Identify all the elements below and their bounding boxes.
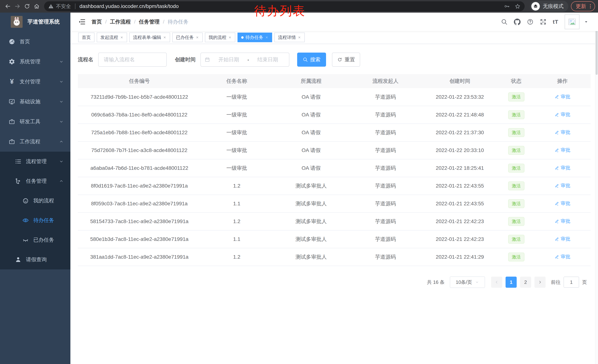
cell-task-name: 一级审批 — [201, 124, 273, 141]
prev-page-button[interactable] — [491, 277, 502, 288]
cell-task-id: 73211d9d-7b9b-11ec-b5b7-acde48001122 — [78, 88, 201, 106]
approve-link[interactable]: 审批 — [555, 94, 570, 100]
sidebar-item[interactable]: 请假查询 — [0, 250, 70, 269]
approve-link[interactable]: 审批 — [555, 236, 570, 242]
approve-link[interactable]: 审批 — [555, 253, 570, 260]
sidebar-item[interactable]: 任务管理 — [0, 171, 70, 191]
approve-link[interactable]: 审批 — [555, 147, 570, 153]
process-name-input[interactable] — [98, 53, 167, 67]
view-tab[interactable]: 发起流程 — [97, 32, 127, 42]
sidebar-item[interactable]: 待办任务 — [0, 210, 70, 230]
view-tab[interactable]: 我的流程 — [205, 32, 235, 42]
cell-task-id: 069c6a63-7b8a-11ec-8ef0-acde48001122 — [78, 106, 201, 124]
sidebar-item[interactable]: 首页 — [0, 32, 70, 52]
cell-task-name: 一级审批 — [201, 141, 273, 159]
tab-close-icon[interactable] — [163, 36, 166, 39]
sidebar-item[interactable]: 系统管理 — [0, 52, 70, 72]
kebab-menu-icon[interactable] — [588, 4, 593, 9]
sidebar-item[interactable]: 我的流程 — [0, 191, 70, 210]
end-date-placeholder[interactable]: 结束日期 — [250, 56, 285, 63]
breadcrumb-item[interactable]: 首页 — [91, 18, 102, 25]
breadcrumb: 首页 / 工作流程 / 任务管理 / — [91, 18, 188, 25]
status-badge: 激活 — [508, 128, 524, 137]
font-size-icon[interactable]: tT — [553, 19, 558, 25]
password-key-icon[interactable] — [504, 3, 510, 9]
sidebar-item[interactable]: 基础设施 — [0, 92, 70, 112]
page-number-button[interactable]: 1 — [506, 277, 517, 288]
breadcrumb-item[interactable]: 工作流程 — [110, 18, 131, 25]
forward-icon[interactable] — [13, 1, 22, 11]
address-bar[interactable]: 不安全 dashboard.yudao.iocoder.cn/bpm/task/… — [44, 1, 525, 11]
approve-link[interactable]: 审批 — [555, 165, 570, 171]
page-scrollbar[interactable] — [595, 13, 598, 364]
status-badge: 激活 — [508, 199, 524, 208]
update-label[interactable]: 更新 — [576, 3, 586, 10]
url-text[interactable]: dashboard.yudao.iocoder.cn/bpm/task/todo — [79, 3, 179, 9]
approve-link[interactable]: 审批 — [555, 182, 570, 189]
cell-created: 2022-01-21 22:42:23 — [422, 212, 498, 230]
back-icon[interactable] — [3, 1, 13, 11]
sidebar-item[interactable]: 已办任务 — [0, 230, 70, 250]
fullscreen-icon[interactable] — [540, 18, 547, 25]
not-secure-label[interactable]: 不安全 — [56, 3, 71, 10]
tab-close-icon[interactable] — [228, 36, 232, 39]
bookmark-star-icon[interactable] — [515, 3, 521, 9]
page-size-select[interactable]: 10条/页 — [450, 276, 485, 288]
pen-icon — [555, 148, 559, 153]
approve-link[interactable]: 审批 — [555, 218, 570, 224]
pen-icon — [555, 219, 559, 224]
sidebar-item[interactable]: 工作流程 — [0, 132, 70, 152]
github-icon[interactable] — [514, 18, 521, 25]
cell-starter: 芋道源码 — [349, 212, 422, 230]
tab-close-icon[interactable] — [120, 36, 123, 39]
tab-close-icon[interactable] — [265, 36, 268, 39]
next-page-button[interactable] — [534, 277, 546, 288]
calendar-icon — [205, 57, 210, 62]
home-icon[interactable] — [32, 1, 42, 11]
approve-link[interactable]: 审批 — [555, 200, 570, 207]
goto-page-input[interactable] — [564, 277, 579, 288]
pen-icon — [555, 201, 559, 206]
sidebar-toggle-icon[interactable] — [78, 18, 86, 25]
cell-starter: 芋道源码 — [349, 230, 422, 248]
date-range-picker[interactable]: 开始日期 - 结束日期 — [200, 53, 289, 67]
breadcrumb-item[interactable]: 待办任务 — [168, 18, 188, 25]
sidebar-item[interactable]: 流程管理 — [0, 152, 70, 171]
status-badge: 激活 — [508, 146, 524, 155]
app-logo-row[interactable]: 芋道管理系统 — [0, 13, 70, 31]
start-date-placeholder[interactable]: 开始日期 — [211, 56, 246, 63]
status-badge: 激活 — [508, 235, 524, 244]
sidebar-item[interactable]: ¥ 支付管理 — [0, 72, 70, 92]
table-row: 8f059c03-7ac8-11ec-a9e2-a2380e71991a 1.1… — [78, 195, 590, 212]
search-icon[interactable] — [501, 18, 507, 25]
table-row: 73211d9d-7b9b-11ec-b5b7-acde48001122 一级审… — [78, 88, 590, 106]
chevron-up-icon — [59, 139, 64, 144]
browser-update-button[interactable]: 更新 — [571, 1, 595, 11]
view-tab[interactable]: 首页 — [78, 32, 94, 42]
approve-link[interactable]: 审批 — [555, 111, 570, 118]
search-button[interactable]: 搜索 — [297, 53, 326, 67]
avatar-caret-down-icon[interactable] — [584, 20, 588, 24]
approve-link[interactable]: 审批 — [555, 129, 570, 136]
cell-starter: 芋道源码 — [349, 159, 422, 177]
reload-icon[interactable] — [22, 1, 32, 11]
view-tab[interactable]: 已办任务 — [172, 32, 203, 42]
reset-button[interactable]: 重置 — [332, 53, 360, 67]
user-avatar[interactable] — [565, 15, 580, 29]
sidebar-item[interactable]: 研发工具 — [0, 112, 70, 132]
tab-close-icon[interactable] — [196, 36, 199, 39]
chevron-down-icon — [59, 99, 64, 104]
view-tab[interactable]: 流程表单-编辑 — [129, 32, 170, 42]
cell-process: OA 请假 — [273, 106, 349, 124]
view-tab[interactable]: 待办任务 — [238, 32, 272, 42]
page-number-button[interactable]: 2 — [520, 277, 531, 288]
question-icon[interactable] — [527, 18, 533, 25]
table-row: a6aba0a4-7b6d-11ec-b781-acde48001122 一级审… — [78, 159, 590, 177]
cell-process: 测试多审批人 — [273, 212, 349, 230]
status-badge: 激活 — [508, 92, 524, 101]
cell-process: OA 请假 — [273, 88, 349, 106]
breadcrumb-item[interactable]: 任务管理 — [139, 18, 160, 25]
view-tab[interactable]: 流程详情 — [274, 32, 305, 42]
tab-close-icon[interactable] — [298, 36, 301, 39]
cell-created: 2022-01-21 22:41:29 — [422, 248, 498, 266]
